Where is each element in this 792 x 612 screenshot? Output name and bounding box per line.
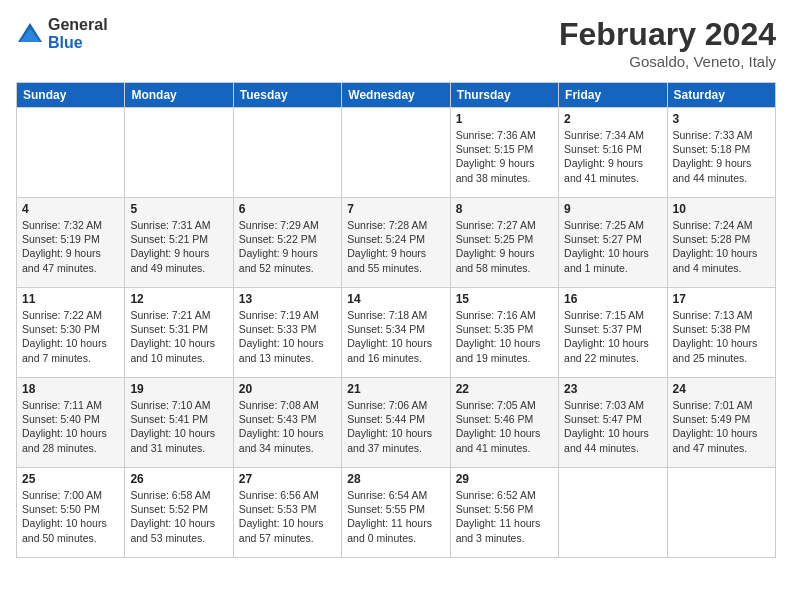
- logo: General Blue: [16, 16, 108, 51]
- calendar-day-cell: 29Sunrise: 6:52 AM Sunset: 5:56 PM Dayli…: [450, 468, 558, 558]
- day-number: 14: [347, 292, 444, 306]
- calendar-week-row: 25Sunrise: 7:00 AM Sunset: 5:50 PM Dayli…: [17, 468, 776, 558]
- calendar-day-cell: 7Sunrise: 7:28 AM Sunset: 5:24 PM Daylig…: [342, 198, 450, 288]
- calendar-week-row: 1Sunrise: 7:36 AM Sunset: 5:15 PM Daylig…: [17, 108, 776, 198]
- day-number: 6: [239, 202, 336, 216]
- calendar-day-cell: 2Sunrise: 7:34 AM Sunset: 5:16 PM Daylig…: [559, 108, 667, 198]
- col-header-tuesday: Tuesday: [233, 83, 341, 108]
- calendar-day-cell: 8Sunrise: 7:27 AM Sunset: 5:25 PM Daylig…: [450, 198, 558, 288]
- day-number: 27: [239, 472, 336, 486]
- col-header-saturday: Saturday: [667, 83, 775, 108]
- day-info: Sunrise: 7:16 AM Sunset: 5:35 PM Dayligh…: [456, 308, 553, 365]
- calendar-day-cell: [342, 108, 450, 198]
- day-info: Sunrise: 6:52 AM Sunset: 5:56 PM Dayligh…: [456, 488, 553, 545]
- day-number: 23: [564, 382, 661, 396]
- page-header: General Blue February 2024 Gosaldo, Vene…: [16, 16, 776, 70]
- day-number: 2: [564, 112, 661, 126]
- title-block: February 2024 Gosaldo, Veneto, Italy: [559, 16, 776, 70]
- day-number: 26: [130, 472, 227, 486]
- calendar-week-row: 18Sunrise: 7:11 AM Sunset: 5:40 PM Dayli…: [17, 378, 776, 468]
- calendar-day-cell: 11Sunrise: 7:22 AM Sunset: 5:30 PM Dayli…: [17, 288, 125, 378]
- logo-text: General Blue: [48, 16, 108, 51]
- day-number: 10: [673, 202, 770, 216]
- logo-icon: [16, 20, 44, 48]
- day-number: 4: [22, 202, 119, 216]
- calendar-day-cell: 28Sunrise: 6:54 AM Sunset: 5:55 PM Dayli…: [342, 468, 450, 558]
- day-info: Sunrise: 7:01 AM Sunset: 5:49 PM Dayligh…: [673, 398, 770, 455]
- day-number: 20: [239, 382, 336, 396]
- day-number: 13: [239, 292, 336, 306]
- calendar-day-cell: 15Sunrise: 7:16 AM Sunset: 5:35 PM Dayli…: [450, 288, 558, 378]
- calendar-table: SundayMondayTuesdayWednesdayThursdayFrid…: [16, 82, 776, 558]
- calendar-week-row: 4Sunrise: 7:32 AM Sunset: 5:19 PM Daylig…: [17, 198, 776, 288]
- day-number: 24: [673, 382, 770, 396]
- day-number: 8: [456, 202, 553, 216]
- calendar-day-cell: 14Sunrise: 7:18 AM Sunset: 5:34 PM Dayli…: [342, 288, 450, 378]
- calendar-day-cell: 27Sunrise: 6:56 AM Sunset: 5:53 PM Dayli…: [233, 468, 341, 558]
- calendar-day-cell: 23Sunrise: 7:03 AM Sunset: 5:47 PM Dayli…: [559, 378, 667, 468]
- calendar-day-cell: 4Sunrise: 7:32 AM Sunset: 5:19 PM Daylig…: [17, 198, 125, 288]
- day-info: Sunrise: 7:31 AM Sunset: 5:21 PM Dayligh…: [130, 218, 227, 275]
- calendar-day-cell: 10Sunrise: 7:24 AM Sunset: 5:28 PM Dayli…: [667, 198, 775, 288]
- day-info: Sunrise: 7:22 AM Sunset: 5:30 PM Dayligh…: [22, 308, 119, 365]
- day-info: Sunrise: 7:19 AM Sunset: 5:33 PM Dayligh…: [239, 308, 336, 365]
- day-info: Sunrise: 7:00 AM Sunset: 5:50 PM Dayligh…: [22, 488, 119, 545]
- calendar-day-cell: 13Sunrise: 7:19 AM Sunset: 5:33 PM Dayli…: [233, 288, 341, 378]
- col-header-monday: Monday: [125, 83, 233, 108]
- month-title: February 2024: [559, 16, 776, 53]
- day-number: 17: [673, 292, 770, 306]
- calendar-day-cell: [233, 108, 341, 198]
- day-info: Sunrise: 7:03 AM Sunset: 5:47 PM Dayligh…: [564, 398, 661, 455]
- day-number: 5: [130, 202, 227, 216]
- day-info: Sunrise: 6:56 AM Sunset: 5:53 PM Dayligh…: [239, 488, 336, 545]
- col-header-sunday: Sunday: [17, 83, 125, 108]
- calendar-week-row: 11Sunrise: 7:22 AM Sunset: 5:30 PM Dayli…: [17, 288, 776, 378]
- calendar-day-cell: 20Sunrise: 7:08 AM Sunset: 5:43 PM Dayli…: [233, 378, 341, 468]
- day-info: Sunrise: 7:10 AM Sunset: 5:41 PM Dayligh…: [130, 398, 227, 455]
- day-number: 9: [564, 202, 661, 216]
- col-header-wednesday: Wednesday: [342, 83, 450, 108]
- day-number: 16: [564, 292, 661, 306]
- day-info: Sunrise: 7:34 AM Sunset: 5:16 PM Dayligh…: [564, 128, 661, 185]
- day-number: 12: [130, 292, 227, 306]
- day-number: 29: [456, 472, 553, 486]
- day-number: 28: [347, 472, 444, 486]
- calendar-day-cell: 1Sunrise: 7:36 AM Sunset: 5:15 PM Daylig…: [450, 108, 558, 198]
- calendar-day-cell: 17Sunrise: 7:13 AM Sunset: 5:38 PM Dayli…: [667, 288, 775, 378]
- calendar-day-cell: 25Sunrise: 7:00 AM Sunset: 5:50 PM Dayli…: [17, 468, 125, 558]
- calendar-day-cell: 19Sunrise: 7:10 AM Sunset: 5:41 PM Dayli…: [125, 378, 233, 468]
- logo-general-label: General: [48, 16, 108, 34]
- day-number: 1: [456, 112, 553, 126]
- logo-blue-label: Blue: [48, 34, 108, 52]
- day-info: Sunrise: 7:15 AM Sunset: 5:37 PM Dayligh…: [564, 308, 661, 365]
- calendar-day-cell: [667, 468, 775, 558]
- day-info: Sunrise: 7:08 AM Sunset: 5:43 PM Dayligh…: [239, 398, 336, 455]
- day-info: Sunrise: 7:27 AM Sunset: 5:25 PM Dayligh…: [456, 218, 553, 275]
- day-number: 21: [347, 382, 444, 396]
- day-info: Sunrise: 7:33 AM Sunset: 5:18 PM Dayligh…: [673, 128, 770, 185]
- day-info: Sunrise: 7:29 AM Sunset: 5:22 PM Dayligh…: [239, 218, 336, 275]
- day-number: 7: [347, 202, 444, 216]
- day-info: Sunrise: 7:06 AM Sunset: 5:44 PM Dayligh…: [347, 398, 444, 455]
- day-number: 25: [22, 472, 119, 486]
- calendar-day-cell: 21Sunrise: 7:06 AM Sunset: 5:44 PM Dayli…: [342, 378, 450, 468]
- day-number: 11: [22, 292, 119, 306]
- calendar-day-cell: 5Sunrise: 7:31 AM Sunset: 5:21 PM Daylig…: [125, 198, 233, 288]
- day-info: Sunrise: 6:54 AM Sunset: 5:55 PM Dayligh…: [347, 488, 444, 545]
- day-info: Sunrise: 7:11 AM Sunset: 5:40 PM Dayligh…: [22, 398, 119, 455]
- calendar-day-cell: 3Sunrise: 7:33 AM Sunset: 5:18 PM Daylig…: [667, 108, 775, 198]
- calendar-day-cell: 18Sunrise: 7:11 AM Sunset: 5:40 PM Dayli…: [17, 378, 125, 468]
- day-number: 15: [456, 292, 553, 306]
- day-info: Sunrise: 7:24 AM Sunset: 5:28 PM Dayligh…: [673, 218, 770, 275]
- location-label: Gosaldo, Veneto, Italy: [559, 53, 776, 70]
- calendar-day-cell: 12Sunrise: 7:21 AM Sunset: 5:31 PM Dayli…: [125, 288, 233, 378]
- day-info: Sunrise: 7:36 AM Sunset: 5:15 PM Dayligh…: [456, 128, 553, 185]
- day-number: 22: [456, 382, 553, 396]
- day-number: 19: [130, 382, 227, 396]
- calendar-day-cell: [125, 108, 233, 198]
- col-header-friday: Friday: [559, 83, 667, 108]
- col-header-thursday: Thursday: [450, 83, 558, 108]
- calendar-day-cell: 9Sunrise: 7:25 AM Sunset: 5:27 PM Daylig…: [559, 198, 667, 288]
- calendar-day-cell: [559, 468, 667, 558]
- calendar-day-cell: 22Sunrise: 7:05 AM Sunset: 5:46 PM Dayli…: [450, 378, 558, 468]
